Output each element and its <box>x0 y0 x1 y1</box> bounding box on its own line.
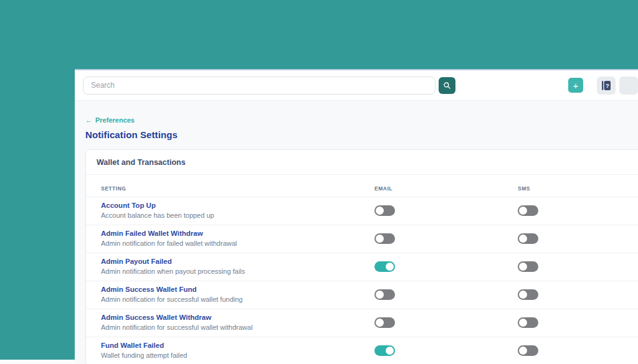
setting-description: Admin notification for successful wallet… <box>101 324 374 331</box>
sms-toggle[interactable] <box>518 289 538 300</box>
table-row: Admin Failed Wallet Withdraw Admin notif… <box>86 225 638 253</box>
svg-text:?: ? <box>606 82 609 89</box>
email-toggle[interactable] <box>374 289 395 300</box>
toggle-knob <box>376 235 384 243</box>
toggle-knob <box>386 347 394 355</box>
main-panel: + ? ← Preferences Notification Settings … <box>75 69 638 364</box>
setting-description: Admin notification for successful wallet… <box>101 296 374 303</box>
breadcrumb-preferences-link[interactable]: ← Preferences <box>85 116 135 124</box>
column-header-email: Email <box>374 185 518 192</box>
help-button[interactable]: ? <box>597 77 616 95</box>
back-arrow-icon: ← <box>85 116 92 124</box>
help-book-icon: ? <box>602 80 611 91</box>
email-toggle[interactable] <box>374 261 395 272</box>
search-icon <box>443 82 451 90</box>
toggle-knob <box>519 207 527 215</box>
add-button[interactable]: + <box>568 78 583 93</box>
toggle-knob <box>519 291 527 299</box>
page-content: ← Preferences Notification Settings Wall… <box>75 101 638 364</box>
breadcrumb-label: Preferences <box>95 116 135 124</box>
setting-title[interactable]: Fund Wallet Failed <box>101 342 374 349</box>
settings-table-body: Account Top Up Account balance has been … <box>86 197 638 364</box>
email-toggle[interactable] <box>374 205 395 216</box>
setting-description: Admin notification for failed wallet wit… <box>101 240 374 247</box>
setting-title[interactable]: Admin Success Wallet Fund <box>101 286 374 293</box>
column-header-setting: Setting <box>101 185 374 192</box>
sms-toggle[interactable] <box>518 261 538 272</box>
sms-toggle[interactable] <box>518 345 538 356</box>
plus-icon: + <box>573 81 579 90</box>
toggle-knob <box>376 319 384 327</box>
column-header-sms: SMS <box>518 185 530 192</box>
table-row: Admin Payout Failed Admin notification w… <box>86 253 638 281</box>
toggle-knob <box>376 207 384 215</box>
search-input[interactable] <box>83 77 436 95</box>
wallet-transactions-card: Wallet and Transactions Setting Email SM… <box>85 149 638 364</box>
sms-toggle[interactable] <box>518 205 538 216</box>
secondary-button[interactable] <box>619 77 638 95</box>
setting-description: Account balance has been topped up <box>101 212 374 219</box>
toggle-knob <box>519 319 527 327</box>
topbar: + ? <box>75 70 638 101</box>
email-toggle[interactable] <box>374 233 395 244</box>
email-toggle[interactable] <box>374 317 395 328</box>
toggle-knob <box>376 291 384 299</box>
sms-toggle[interactable] <box>518 317 538 328</box>
page-title: Notification Settings <box>85 129 638 140</box>
setting-title[interactable]: Account Top Up <box>101 202 374 209</box>
table-row: Admin Success Wallet Withdraw Admin noti… <box>86 309 638 337</box>
setting-title[interactable]: Admin Payout Failed <box>101 258 374 265</box>
table-header-row: Setting Email SMS <box>86 175 638 197</box>
table-row: Admin Success Wallet Fund Admin notifica… <box>86 281 638 309</box>
setting-description: Wallet funding attempt failed <box>101 352 374 359</box>
toggle-knob <box>386 263 394 271</box>
table-row: Account Top Up Account balance has been … <box>86 197 638 225</box>
toggle-knob <box>519 347 527 355</box>
table-row: Fund Wallet Failed Wallet funding attemp… <box>86 337 638 364</box>
toggle-knob <box>519 235 527 243</box>
card-header-title: Wallet and Transactions <box>86 150 638 175</box>
setting-title[interactable]: Admin Failed Wallet Withdraw <box>101 230 374 237</box>
email-toggle[interactable] <box>374 345 395 356</box>
sms-toggle[interactable] <box>518 233 538 244</box>
setting-title[interactable]: Admin Success Wallet Withdraw <box>101 314 374 321</box>
toggle-knob <box>519 263 527 271</box>
search-button[interactable] <box>439 77 455 94</box>
setting-description: Admin notification when payout processin… <box>101 268 374 275</box>
